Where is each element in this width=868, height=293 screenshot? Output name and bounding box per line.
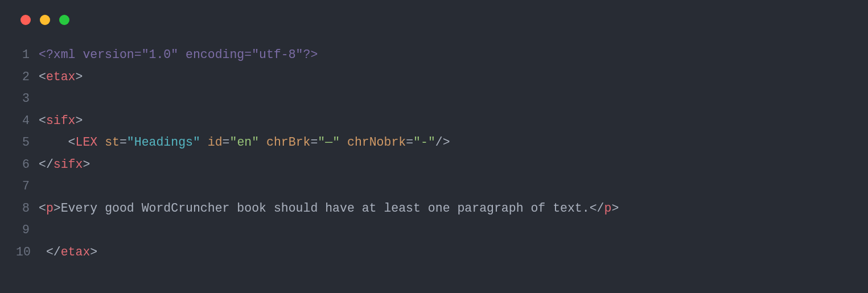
token: st — [105, 135, 120, 149]
token: < — [68, 135, 76, 149]
code-line[interactable]: 1<?xml version="1.0" encoding="utf-8"?> — [16, 46, 852, 68]
code-content[interactable]: </sifx> — [39, 155, 90, 174]
token: p — [46, 201, 54, 215]
token: chrBrk — [266, 135, 310, 149]
code-content[interactable]: </etax> — [39, 243, 97, 261]
code-content[interactable]: <sifx> — [39, 112, 83, 130]
token: sifx — [46, 114, 76, 127]
token: < — [39, 201, 46, 215]
token: > — [611, 201, 619, 215]
token: "-" — [413, 135, 435, 149]
code-line[interactable]: 2<etax> — [16, 68, 852, 90]
token — [259, 135, 266, 149]
window-controls — [20, 15, 852, 25]
line-number: 9 — [16, 221, 39, 239]
token — [340, 135, 347, 149]
line-number: 10 — [16, 243, 39, 261]
code-area[interactable]: 1<?xml version="1.0" encoding="utf-8"?>2… — [16, 46, 852, 265]
token: etax — [61, 245, 90, 259]
token: > — [90, 245, 97, 259]
token: "—" — [318, 135, 340, 149]
token: > — [83, 158, 90, 171]
code-line[interactable]: 4<sifx> — [16, 112, 852, 134]
code-line[interactable]: 5 <LEX st="Headings" id="en" chrBrk="—" … — [16, 133, 852, 155]
token — [97, 135, 105, 149]
token: > — [76, 70, 83, 84]
token: id — [208, 135, 223, 149]
token: p — [604, 201, 611, 215]
code-line[interactable]: 10 </etax> — [16, 243, 852, 265]
token: </ — [39, 158, 54, 171]
close-icon[interactable] — [20, 15, 31, 25]
token — [200, 135, 208, 149]
line-number: 4 — [16, 112, 39, 130]
line-number: 3 — [16, 89, 39, 108]
token: = — [223, 135, 230, 149]
token: etax — [46, 70, 76, 84]
token: /> — [435, 135, 450, 149]
line-number: 5 — [16, 133, 39, 151]
token: LEX — [76, 135, 98, 149]
code-line[interactable]: 3 — [16, 89, 852, 112]
token — [39, 245, 46, 259]
line-number: 2 — [16, 68, 39, 86]
token: Every good WordCruncher book should have… — [61, 201, 590, 215]
token: < — [39, 114, 46, 127]
token — [39, 135, 68, 149]
code-content[interactable]: <LEX st="Headings" id="en" chrBrk="—" ch… — [39, 133, 450, 151]
code-line[interactable]: 6</sifx> — [16, 155, 852, 178]
token: = — [310, 135, 318, 149]
token: </ — [46, 245, 61, 259]
editor-window: 1<?xml version="1.0" encoding="utf-8"?>2… — [0, 0, 868, 293]
token: "Headings" — [127, 135, 200, 149]
code-line[interactable]: 8<p>Every good WordCruncher book should … — [16, 199, 852, 221]
minimize-icon[interactable] — [40, 15, 50, 25]
line-number: 1 — [16, 46, 39, 64]
token: < — [39, 70, 46, 84]
code-content[interactable]: <?xml version="1.0" encoding="utf-8"?> — [39, 46, 318, 64]
token: = — [120, 135, 127, 149]
code-content[interactable]: <p>Every good WordCruncher book should h… — [39, 199, 619, 217]
code-line[interactable]: 9 — [16, 221, 852, 243]
line-number: 7 — [16, 177, 39, 195]
token: </ — [590, 201, 604, 215]
code-content[interactable]: <etax> — [39, 68, 83, 86]
token: <?xml version="1.0" encoding="utf-8"?> — [39, 48, 318, 61]
code-line[interactable]: 7 — [16, 177, 852, 199]
token: "en" — [230, 135, 260, 149]
token: = — [406, 135, 413, 149]
zoom-icon[interactable] — [59, 15, 69, 25]
token: chrNobrk — [347, 135, 406, 149]
line-number: 6 — [16, 155, 39, 174]
token: > — [76, 114, 83, 127]
line-number: 8 — [16, 199, 39, 217]
token: sifx — [54, 158, 83, 171]
token: > — [54, 201, 61, 215]
